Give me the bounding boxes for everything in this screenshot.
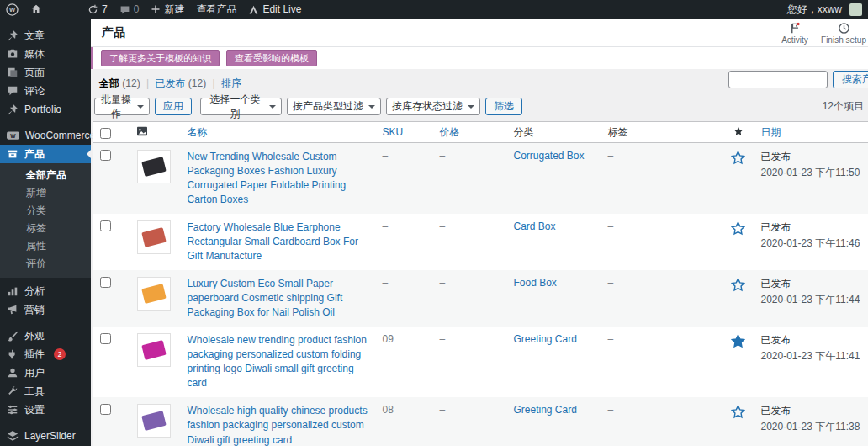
sidebar-item-plugins[interactable]: 插件 2: [0, 345, 91, 364]
category-link[interactable]: Greeting Card: [514, 404, 577, 416]
updates-menu[interactable]: 7: [82, 0, 114, 19]
featured-star-toggle[interactable]: [731, 221, 745, 238]
my-account-menu[interactable]: 您好，xxww: [781, 0, 868, 19]
sidebar-item-products[interactable]: 产品: [0, 145, 91, 163]
submenu-add-new[interactable]: 新增: [0, 184, 91, 202]
sidebar-item-media[interactable]: 媒体: [0, 45, 91, 63]
woocommerce-header: 产品 Activity Finish setup: [91, 19, 868, 47]
sort-by-name-header[interactable]: 名称: [188, 126, 208, 138]
edit-live-label: Edit Live: [262, 3, 301, 15]
product-thumbnail[interactable]: [137, 277, 171, 311]
sidebar-item-woocommerce[interactable]: W WooCommerce: [0, 126, 91, 145]
featured-star-toggle[interactable]: [731, 405, 745, 422]
sort-by-date-header[interactable]: 日期: [761, 126, 781, 138]
product-type-filter-select[interactable]: 按产品类型过滤: [287, 98, 381, 115]
tag-cell: –: [605, 270, 719, 327]
product-thumbnail[interactable]: [137, 220, 171, 254]
row-checkbox[interactable]: [100, 404, 111, 415]
sidebar-item-appearance[interactable]: 外观: [0, 327, 91, 345]
product-title-link[interactable]: New Trending Wholesale Custom Packaging …: [188, 150, 376, 207]
learn-more-templates-button[interactable]: 了解更多关于模板的知识: [101, 50, 220, 66]
featured-star-toggle[interactable]: [731, 151, 745, 167]
category-link[interactable]: Corrugated Box: [514, 150, 585, 162]
new-content-menu[interactable]: 新建: [145, 0, 190, 19]
edit-live-icon: [248, 4, 259, 15]
product-thumbnail[interactable]: [137, 150, 171, 183]
sidebar-item-analytics[interactable]: 分析: [0, 282, 91, 300]
sidebar-item-users[interactable]: 用户: [0, 364, 91, 382]
bulk-actions-label: 批量操作: [100, 93, 132, 121]
home-icon[interactable]: [24, 0, 48, 19]
pages-icon: [7, 66, 19, 78]
sku-cell: 08: [379, 397, 437, 446]
submenu-categories[interactable]: 分类: [0, 202, 91, 220]
sidebar-item-marketing[interactable]: 营销: [0, 300, 91, 319]
submenu-reviews[interactable]: 评价: [0, 255, 91, 273]
view-product-menu[interactable]: 查看产品: [190, 0, 242, 19]
filter-button[interactable]: 筛选: [485, 98, 522, 115]
view-published-link[interactable]: 已发布: [156, 77, 186, 89]
plus-icon: [151, 4, 161, 14]
avatar: [849, 3, 862, 16]
product-thumbnail[interactable]: [137, 404, 171, 438]
template-notice: 了解更多关于模板的知识 查看受影响的模板: [91, 47, 868, 69]
stock-status-filter-select[interactable]: 按库存状态过滤: [386, 98, 480, 115]
product-title-link[interactable]: Wholesale high quality chinese products …: [188, 404, 376, 446]
sort-by-price-header[interactable]: 价格: [440, 126, 460, 138]
sidebar-item-pages[interactable]: 页面: [0, 63, 91, 82]
chevron-down-icon: [269, 105, 276, 112]
table-header-row: 名称 SKU 价格 分类 标签 日期: [93, 122, 868, 143]
sku-cell: –: [379, 270, 437, 327]
wrench-icon: [7, 385, 19, 397]
edit-live-menu[interactable]: Edit Live: [242, 0, 307, 19]
product-title-link[interactable]: Luxury Custom Eco Small Paper paperboard…: [188, 277, 376, 320]
view-affected-templates-button[interactable]: 查看受影响的模板: [226, 50, 317, 66]
sidebar-item-label: WooCommerce: [25, 130, 95, 141]
product-title-link[interactable]: Wholesale new trending product fashion p…: [188, 333, 376, 390]
sidebar-item-tools[interactable]: 工具: [0, 382, 91, 401]
finish-setup-tab[interactable]: Finish setup: [819, 20, 868, 45]
bulk-actions-select[interactable]: 批量操作: [94, 98, 150, 115]
status-text: 已发布: [761, 333, 865, 348]
comment-bubble-icon: [119, 4, 130, 15]
submenu-tags[interactable]: 标签: [0, 220, 91, 237]
select-all-checkbox[interactable]: [100, 128, 111, 139]
category-filter-label: 选择一个类别: [206, 93, 264, 121]
sidebar-item-layerslider[interactable]: LayerSlider: [0, 427, 91, 445]
sidebar-item-portfolio[interactable]: Portfolio: [0, 100, 91, 119]
sort-by-sku-header[interactable]: SKU: [383, 126, 404, 138]
row-checkbox[interactable]: [100, 333, 111, 344]
comments-count: 0: [134, 3, 140, 15]
product-thumbnail[interactable]: [137, 333, 171, 367]
row-checkbox[interactable]: [100, 277, 111, 288]
sidebar-item-settings[interactable]: 设置: [0, 401, 91, 419]
products-submenu: 全部产品 新增 分类 标签 属性 评价: [0, 163, 91, 278]
search-input[interactable]: [728, 71, 828, 88]
search-products-button[interactable]: 搜索产品: [833, 71, 868, 88]
page-title: 产品: [91, 25, 125, 40]
featured-star-toggle[interactable]: [731, 278, 745, 295]
apply-button[interactable]: 应用: [155, 98, 192, 115]
comments-menu[interactable]: 0: [114, 0, 146, 19]
submenu-all-products[interactable]: 全部产品: [0, 167, 91, 184]
activity-panel-tab[interactable]: Activity: [770, 20, 819, 45]
row-checkbox[interactable]: [100, 220, 111, 231]
category-link[interactable]: Card Box: [514, 220, 556, 232]
product-title-link[interactable]: Factory Wholesale Blue Earphone Rectangu…: [188, 220, 376, 263]
featured-star-toggle[interactable]: [731, 334, 745, 351]
table-row: Luxury Custom Eco Small Paper paperboard…: [93, 270, 868, 327]
table-row: Wholesale high quality chinese products …: [93, 397, 868, 446]
category-filter-select[interactable]: 选择一个类别: [200, 98, 282, 115]
sidebar-item-comments[interactable]: 评论: [0, 82, 91, 100]
category-link[interactable]: Food Box: [514, 277, 557, 289]
view-all-link[interactable]: 全部: [99, 77, 119, 89]
wordpress-logo-icon[interactable]: W: [0, 0, 24, 19]
category-link[interactable]: Greeting Card: [514, 333, 577, 345]
date-text: 2020-01-23 下午11:41: [761, 349, 865, 364]
sidebar-item-posts[interactable]: 文章: [0, 26, 91, 45]
sidebar-item-label: Portfolio: [24, 104, 61, 115]
view-sort-link[interactable]: 排序: [221, 77, 241, 89]
bar-chart-icon: [7, 285, 19, 297]
row-checkbox[interactable]: [100, 150, 111, 161]
submenu-attributes[interactable]: 属性: [0, 237, 91, 255]
